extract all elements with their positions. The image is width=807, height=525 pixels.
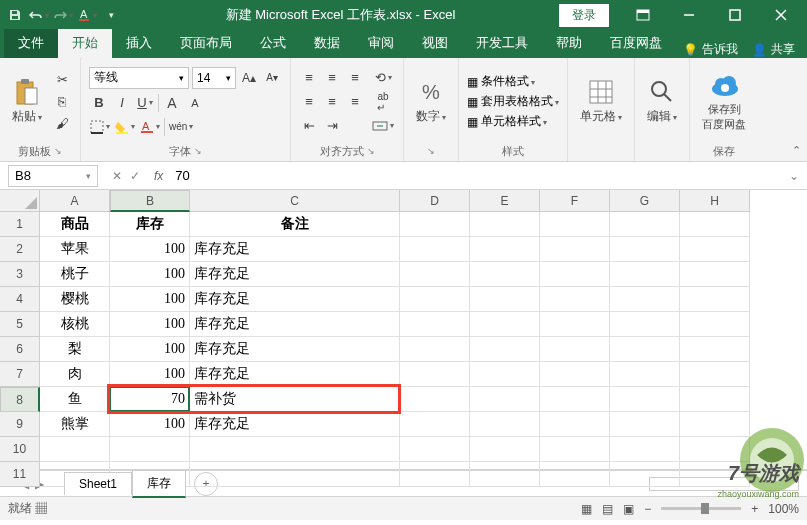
cell[interactable] (400, 237, 470, 262)
col-header-D[interactable]: D (400, 190, 470, 212)
cell[interactable] (470, 212, 540, 237)
cell[interactable] (470, 412, 540, 437)
cell[interactable] (470, 312, 540, 337)
cell[interactable] (680, 212, 750, 237)
cell[interactable] (470, 287, 540, 312)
cell[interactable] (400, 337, 470, 362)
collapse-ribbon-icon[interactable]: ⌃ (792, 144, 801, 157)
cell[interactable] (470, 337, 540, 362)
shrink-font-icon[interactable]: A▾ (262, 68, 282, 88)
cancel-formula-icon[interactable]: ✕ (112, 169, 122, 183)
cell[interactable] (680, 287, 750, 312)
cell[interactable] (470, 362, 540, 387)
orientation-icon[interactable]: ⟲ (371, 68, 395, 88)
indent-inc-icon[interactable]: ⇥ (322, 116, 342, 136)
grow-font2-icon[interactable]: A (162, 93, 182, 113)
cell[interactable]: 库存充足 (190, 287, 400, 312)
qa-more-icon[interactable]: ▾ (100, 4, 122, 26)
cell[interactable]: 库存充足 (190, 312, 400, 337)
tab-data[interactable]: 数据 (300, 29, 354, 58)
row-header-7[interactable]: 7 (0, 362, 40, 387)
expand-formula-icon[interactable]: ⌄ (781, 169, 807, 183)
cell[interactable] (470, 237, 540, 262)
cell[interactable] (610, 212, 680, 237)
col-header-H[interactable]: H (680, 190, 750, 212)
fx-icon[interactable]: fx (154, 169, 163, 183)
tab-formula[interactable]: 公式 (246, 29, 300, 58)
col-header-C[interactable]: C (190, 190, 400, 212)
accessibility-icon[interactable]: ▦ (35, 501, 47, 515)
cell[interactable]: 库存充足 (190, 412, 400, 437)
zoom-slider[interactable] (661, 507, 741, 510)
cell[interactable] (400, 262, 470, 287)
underline-button[interactable]: U (135, 93, 155, 113)
cell[interactable]: 库存充足 (190, 262, 400, 287)
cell[interactable] (190, 462, 400, 487)
tab-start[interactable]: 开始 (58, 29, 112, 58)
cell[interactable] (610, 462, 680, 487)
cell[interactable] (540, 287, 610, 312)
cell[interactable]: 库存充足 (190, 237, 400, 262)
row-header-10[interactable]: 10 (0, 437, 40, 462)
minimize-icon[interactable] (667, 1, 711, 29)
cell[interactable]: 100 (110, 287, 190, 312)
cell[interactable] (400, 387, 470, 412)
dialog-launcher-icon[interactable]: ↘ (54, 146, 62, 156)
cell[interactable] (610, 262, 680, 287)
cell[interactable] (540, 412, 610, 437)
cell[interactable]: 100 (110, 262, 190, 287)
shrink-font2-icon[interactable]: A (185, 93, 205, 113)
align-bottom-icon[interactable]: ≡ (345, 68, 365, 88)
tab-dev[interactable]: 开发工具 (462, 29, 542, 58)
cell[interactable]: 库存充足 (190, 362, 400, 387)
cell[interactable] (540, 237, 610, 262)
cell[interactable] (470, 462, 540, 487)
cell[interactable] (680, 312, 750, 337)
cell[interactable]: 100 (110, 237, 190, 262)
baidu-save-button[interactable]: 保存到 百度网盘 (698, 70, 750, 134)
cell[interactable] (610, 362, 680, 387)
cell[interactable]: 樱桃 (40, 287, 110, 312)
cell[interactable] (610, 312, 680, 337)
cell[interactable] (610, 387, 680, 412)
cell[interactable] (540, 387, 610, 412)
cell[interactable] (400, 437, 470, 462)
tell-me[interactable]: 💡告诉我 (683, 41, 738, 58)
cell[interactable] (540, 337, 610, 362)
cell[interactable]: 需补货 (190, 387, 400, 412)
tab-baidu[interactable]: 百度网盘 (596, 29, 676, 58)
cell[interactable] (400, 412, 470, 437)
cell[interactable]: 库存 (110, 212, 190, 237)
zoom-level[interactable]: 100% (768, 502, 799, 516)
cell[interactable] (400, 362, 470, 387)
cell[interactable] (610, 237, 680, 262)
col-header-F[interactable]: F (540, 190, 610, 212)
row-header-8[interactable]: 8 (0, 387, 40, 412)
login-button[interactable]: 登录 (559, 4, 609, 27)
phonetic-icon[interactable]: wén (168, 117, 194, 137)
cell[interactable]: 桃子 (40, 262, 110, 287)
cell[interactable] (680, 337, 750, 362)
name-box[interactable]: B8▾ (8, 165, 98, 187)
cell[interactable]: 70 (110, 387, 190, 412)
zoom-in-icon[interactable]: + (751, 502, 758, 516)
dialog-launcher-icon[interactable]: ↘ (427, 146, 435, 156)
row-header-11[interactable]: 11 (0, 462, 40, 487)
row-header-1[interactable]: 1 (0, 212, 40, 237)
cut-icon[interactable]: ✂ (52, 70, 72, 90)
undo-icon[interactable] (28, 4, 50, 26)
cell-styles-button[interactable]: ▦单元格样式 (467, 113, 559, 130)
row-header-3[interactable]: 3 (0, 262, 40, 287)
cell[interactable]: 100 (110, 412, 190, 437)
cell[interactable] (470, 262, 540, 287)
cell[interactable]: 鱼 (40, 387, 110, 412)
format-painter-icon[interactable]: 🖌 (52, 114, 72, 134)
col-header-A[interactable]: A (40, 190, 110, 212)
dialog-launcher-icon[interactable]: ↘ (194, 146, 202, 156)
align-right-icon[interactable]: ≡ (345, 92, 365, 112)
copy-icon[interactable]: ⎘ (52, 92, 72, 112)
tab-layout[interactable]: 页面布局 (166, 29, 246, 58)
font-size-select[interactable]: 14▾ (192, 67, 236, 89)
cell[interactable] (540, 212, 610, 237)
cell[interactable] (540, 362, 610, 387)
